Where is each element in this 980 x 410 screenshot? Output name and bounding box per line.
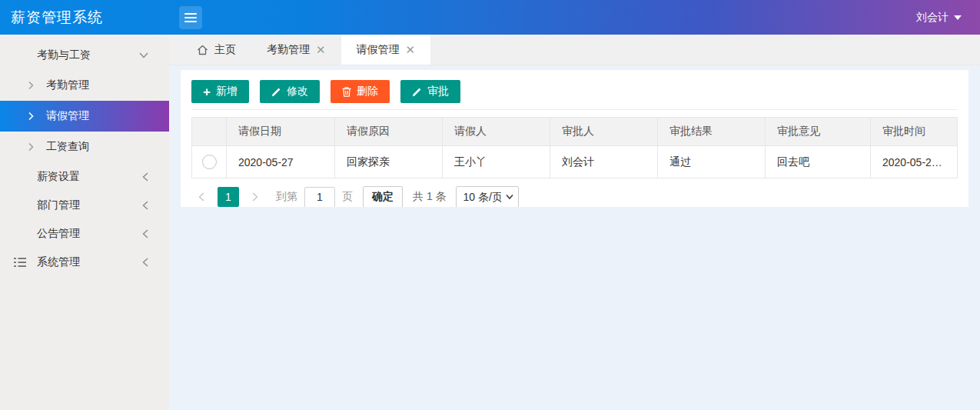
chevron-left-icon	[142, 172, 148, 182]
cell-approver: 刘会计	[550, 146, 658, 178]
chevron-right-icon	[28, 112, 34, 121]
button-label: 删除	[357, 85, 378, 98]
sidebar-item-label: 工资查询	[46, 140, 89, 154]
chevron-left-icon	[198, 192, 204, 202]
table-row[interactable]: 2020-05-27 回家探亲 王小丫 刘会计 通过 回去吧 2020-05-2…	[192, 146, 958, 178]
tab-leave-mgmt[interactable]: 请假管理 ✕	[341, 35, 431, 65]
toolbar-separator	[191, 109, 958, 110]
current-page-button[interactable]: 1	[218, 187, 239, 207]
add-button[interactable]: + 新增	[191, 80, 249, 103]
leave-panel: + 新增 修改 删除	[181, 70, 968, 207]
sidebar-item-attendance-wage[interactable]: 考勤与工资	[0, 41, 169, 70]
pagination: 1 到第 页 确定 共 1 条 10 条/页	[191, 186, 958, 207]
sidebar-item-label: 请假管理	[46, 109, 89, 123]
button-label: 修改	[287, 85, 308, 98]
sidebar-item-label: 薪资设置	[37, 170, 80, 184]
row-radio[interactable]	[202, 155, 217, 169]
tab-attendance-mgmt[interactable]: 考勤管理 ✕	[251, 35, 341, 65]
cell-approve-opinion: 回去吧	[766, 146, 871, 178]
column-header-leave-reason: 请假原因	[335, 118, 443, 146]
list-icon	[14, 257, 26, 267]
sidebar-item-salary-settings[interactable]: 薪资设置	[0, 162, 169, 191]
column-header-approve-result: 审批结果	[658, 118, 766, 146]
next-page-button[interactable]	[245, 187, 265, 207]
sidebar-item-leave-mgmt[interactable]: 请假管理	[0, 101, 169, 132]
cell-leave-date: 2020-05-27	[227, 146, 335, 178]
tab-home[interactable]: 主页	[181, 35, 251, 65]
main-area: 主页 考勤管理 ✕ 请假管理 ✕ + 新增 修改	[169, 35, 980, 410]
prev-page-button[interactable]	[191, 187, 211, 207]
cell-leave-reason: 回家探亲	[335, 146, 443, 178]
app-title: 薪资管理系统	[0, 8, 169, 28]
column-header-approve-opinion: 审批意见	[766, 118, 871, 146]
trash-icon	[342, 87, 351, 97]
goto-label: 到第	[276, 190, 297, 204]
tab-label: 请假管理	[357, 43, 400, 57]
column-header-leave-person: 请假人	[443, 118, 550, 146]
plus-icon: +	[203, 85, 211, 98]
edit-icon	[412, 87, 422, 97]
delete-button[interactable]: 删除	[331, 80, 390, 103]
button-label: 审批	[427, 85, 449, 98]
chevron-left-icon	[142, 201, 148, 210]
menu-icon	[184, 12, 197, 23]
sidebar-item-label: 考勤管理	[46, 78, 89, 92]
chevron-right-icon	[28, 143, 34, 152]
button-label: 新增	[216, 85, 238, 98]
edit-icon	[271, 87, 281, 97]
collapse-sidebar-button[interactable]	[179, 6, 202, 29]
caret-down-icon	[954, 15, 962, 20]
edit-button[interactable]: 修改	[260, 80, 320, 103]
cell-approve-time: 2020-05-27 23:12...	[871, 146, 958, 178]
cell-leave-person: 王小丫	[443, 146, 550, 178]
sidebar-item-system-mgmt[interactable]: 系统管理	[0, 248, 169, 276]
approve-button[interactable]: 审批	[400, 80, 460, 103]
page-size-select[interactable]: 10 条/页	[456, 186, 519, 207]
cell-approve-result: 通过	[658, 146, 766, 178]
sidebar-item-announcement-mgmt[interactable]: 公告管理	[0, 219, 169, 248]
chevron-left-icon	[142, 258, 148, 267]
top-header: 薪资管理系统 刘会计	[0, 0, 980, 35]
tab-label: 主页	[214, 43, 236, 57]
leave-table: 请假日期 请假原因 请假人 审批人 审批结果 审批意见 审批时间 2020-05…	[191, 117, 958, 178]
close-icon[interactable]: ✕	[406, 44, 416, 55]
sidebar-item-label: 系统管理	[37, 255, 80, 269]
sidebar-item-attendance-mgmt[interactable]: 考勤管理	[0, 70, 169, 101]
table-header-row: 请假日期 请假原因 请假人 审批人 审批结果 审批意见 审批时间	[192, 118, 958, 146]
home-icon	[197, 45, 208, 55]
sidebar: 考勤与工资 考勤管理 请假管理 工资查询 薪资设置 部门管理 公告管理	[0, 35, 169, 410]
sidebar-item-label: 考勤与工资	[37, 48, 91, 62]
tab-bar: 主页 考勤管理 ✕ 请假管理 ✕	[169, 35, 980, 65]
sidebar-item-salary-query[interactable]: 工资查询	[0, 132, 169, 162]
column-header-approver: 审批人	[550, 118, 658, 146]
column-header-approve-time: 审批时间	[871, 118, 958, 146]
confirm-button[interactable]: 确定	[363, 186, 403, 207]
user-name: 刘会计	[916, 11, 948, 25]
close-icon[interactable]: ✕	[316, 44, 326, 55]
tab-label: 考勤管理	[267, 43, 310, 57]
sidebar-item-department-mgmt[interactable]: 部门管理	[0, 191, 169, 219]
select-column-header	[192, 118, 227, 146]
chevron-left-icon	[142, 229, 148, 238]
chevron-right-icon	[28, 82, 34, 90]
chevron-down-icon	[139, 52, 148, 58]
total-count-label: 共 1 条	[413, 190, 447, 204]
page-unit-label: 页	[342, 190, 353, 204]
user-menu[interactable]: 刘会计	[916, 11, 962, 25]
toolbar: + 新增 修改 删除	[191, 80, 958, 103]
chevron-right-icon	[252, 192, 258, 202]
sidebar-item-label: 部门管理	[37, 198, 80, 212]
column-header-leave-date: 请假日期	[227, 118, 335, 146]
sidebar-item-label: 公告管理	[37, 227, 80, 241]
page-number-input[interactable]	[304, 187, 335, 208]
page-size-select-wrap: 10 条/页	[456, 186, 519, 207]
